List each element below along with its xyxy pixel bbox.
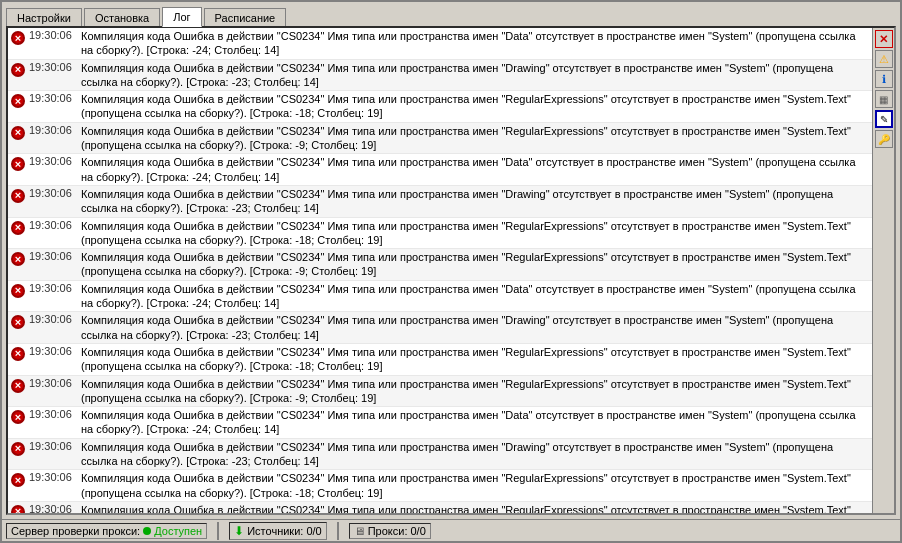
highlight-button[interactable]: ✎ <box>875 110 893 128</box>
key-button[interactable]: 🔑 <box>875 130 893 148</box>
log-time: 19:30:06 <box>29 219 77 231</box>
error-icon <box>10 378 26 394</box>
log-item[interactable]: 19:30:06Компиляция кода Ошибка в действи… <box>8 60 872 92</box>
log-item[interactable]: 19:30:06Компиляция кода Ошибка в действи… <box>8 439 872 471</box>
log-message: Компиляция кода Ошибка в действии "CS023… <box>81 345 870 374</box>
log-item[interactable]: 19:30:06Компиляция кода Ошибка в действи… <box>8 470 872 502</box>
info-filter-button[interactable]: ℹ <box>875 70 893 88</box>
error-icon <box>10 220 26 236</box>
log-message: Компиляция кода Ошибка в действии "CS023… <box>81 29 870 58</box>
log-message: Компиляция кода Ошибка в действии "CS023… <box>81 503 870 513</box>
sources-panel: ⬇ Источники: 0/0 <box>229 522 326 540</box>
tabs-row: Настройки Остановка Лог Расписание <box>2 2 900 26</box>
error-icon <box>10 472 26 488</box>
sources-label: Источники: <box>247 525 303 537</box>
error-filter-button[interactable]: ✕ <box>875 30 893 48</box>
log-message: Компиляция кода Ошибка в действии "CS023… <box>81 282 870 311</box>
log-message: Компиляция кода Ошибка в действии "CS023… <box>81 187 870 216</box>
log-time: 19:30:06 <box>29 155 77 167</box>
log-message: Компиляция кода Ошибка в действии "CS023… <box>81 250 870 279</box>
tab-log[interactable]: Лог <box>162 7 201 27</box>
log-time: 19:30:06 <box>29 408 77 420</box>
sources-count: 0/0 <box>306 525 321 537</box>
tab-schedule[interactable]: Расписание <box>204 8 287 27</box>
log-item[interactable]: 19:30:06Компиляция кода Ошибка в действи… <box>8 28 872 60</box>
log-time: 19:30:06 <box>29 124 77 136</box>
log-item[interactable]: 19:30:06Компиляция кода Ошибка в действи… <box>8 502 872 513</box>
log-message: Компиляция кода Ошибка в действии "CS023… <box>81 92 870 121</box>
error-icon <box>10 93 26 109</box>
log-item[interactable]: 19:30:06Компиляция кода Ошибка в действи… <box>8 376 872 408</box>
log-time: 19:30:06 <box>29 29 77 41</box>
tab-settings[interactable]: Настройки <box>6 8 82 27</box>
error-icon <box>10 346 26 362</box>
error-icon <box>10 62 26 78</box>
log-item[interactable]: 19:30:06Компиляция кода Ошибка в действи… <box>8 281 872 313</box>
log-message: Компиляция кода Ошибка в действии "CS023… <box>81 219 870 248</box>
server-status-dot <box>143 527 151 535</box>
log-item[interactable]: 19:30:06Компиляция кода Ошибка в действи… <box>8 249 872 281</box>
error-icon <box>10 504 26 513</box>
log-time: 19:30:06 <box>29 92 77 104</box>
error-icon <box>10 251 26 267</box>
proxies-icon: 🖥 <box>354 525 365 537</box>
server-status-text: Доступен <box>154 525 202 537</box>
log-item[interactable]: 19:30:06Компиляция кода Ошибка в действи… <box>8 312 872 344</box>
log-time: 19:30:06 <box>29 345 77 357</box>
error-icon <box>10 314 26 330</box>
log-message: Компиляция кода Ошибка в действии "CS023… <box>81 440 870 469</box>
error-icon <box>10 156 26 172</box>
log-item[interactable]: 19:30:06Компиляция кода Ошибка в действи… <box>8 344 872 376</box>
log-message: Компиляция кода Ошибка в действии "CS023… <box>81 313 870 342</box>
log-time: 19:30:06 <box>29 377 77 389</box>
log-message: Компиляция кода Ошибка в действии "CS023… <box>81 61 870 90</box>
log-message: Компиляция кода Ошибка в действии "CS023… <box>81 124 870 153</box>
content-area: 19:30:06Компиляция кода Ошибка в действи… <box>6 26 896 515</box>
error-icon <box>10 125 26 141</box>
proxies-count: 0/0 <box>410 525 425 537</box>
error-icon <box>10 283 26 299</box>
log-time: 19:30:06 <box>29 313 77 325</box>
status-separator-2 <box>337 522 339 540</box>
server-label: Сервер проверки прокси: <box>11 525 140 537</box>
error-icon <box>10 409 26 425</box>
log-item[interactable]: 19:30:06Компиляция кода Ошибка в действи… <box>8 218 872 250</box>
right-sidebar: ✕ ⚠ ℹ ▦ ✎ 🔑 <box>872 28 894 513</box>
log-item[interactable]: 19:30:06Компиляция кода Ошибка в действи… <box>8 186 872 218</box>
log-item[interactable]: 19:30:06Компиляция кода Ошибка в действи… <box>8 123 872 155</box>
log-time: 19:30:06 <box>29 503 77 513</box>
grid-button[interactable]: ▦ <box>875 90 893 108</box>
log-message: Компиляция кода Ошибка в действии "CS023… <box>81 155 870 184</box>
error-icon <box>10 30 26 46</box>
log-list[interactable]: 19:30:06Компиляция кода Ошибка в действи… <box>8 28 872 513</box>
error-icon <box>10 441 26 457</box>
status-separator-1 <box>217 522 219 540</box>
log-message: Компиляция кода Ошибка в действии "CS023… <box>81 408 870 437</box>
error-icon <box>10 188 26 204</box>
log-time: 19:30:06 <box>29 187 77 199</box>
log-item[interactable]: 19:30:06Компиляция кода Ошибка в действи… <box>8 154 872 186</box>
status-bar: Сервер проверки прокси: Доступен ⬇ Источ… <box>2 519 900 541</box>
sources-icon: ⬇ <box>234 524 244 538</box>
main-window: Настройки Остановка Лог Расписание 19:30… <box>0 0 902 543</box>
log-time: 19:30:06 <box>29 471 77 483</box>
log-message: Компиляция кода Ошибка в действии "CS023… <box>81 377 870 406</box>
server-status-panel: Сервер проверки прокси: Доступен <box>6 523 207 539</box>
log-time: 19:30:06 <box>29 282 77 294</box>
tab-stop[interactable]: Остановка <box>84 8 160 27</box>
log-item[interactable]: 19:30:06Компиляция кода Ошибка в действи… <box>8 91 872 123</box>
proxies-panel: 🖥 Прокси: 0/0 <box>349 523 431 539</box>
warning-filter-button[interactable]: ⚠ <box>875 50 893 68</box>
log-message: Компиляция кода Ошибка в действии "CS023… <box>81 471 870 500</box>
log-time: 19:30:06 <box>29 250 77 262</box>
log-time: 19:30:06 <box>29 61 77 73</box>
log-item[interactable]: 19:30:06Компиляция кода Ошибка в действи… <box>8 407 872 439</box>
log-time: 19:30:06 <box>29 440 77 452</box>
proxies-label: Прокси: <box>368 525 408 537</box>
